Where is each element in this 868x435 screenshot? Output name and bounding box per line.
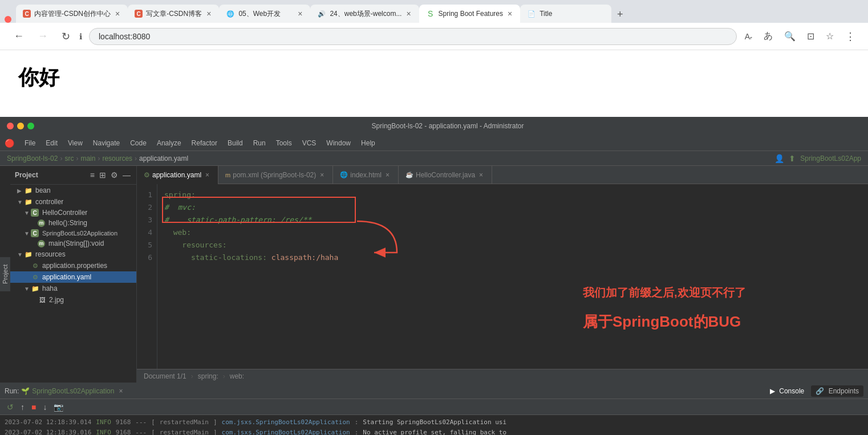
run-app-close[interactable]: × [119,387,123,395]
forward-button[interactable]: → [33,28,52,44]
tree-item-haha[interactable]: ▼ 📁 haha [10,283,136,294]
tab-csdn-manager[interactable]: C 内容管理-CSDN创作中心 × [16,5,128,23]
tree-item-hello-method[interactable]: m hello():String [10,218,136,228]
run-console-tab[interactable]: ▶ Console [765,385,809,397]
tab-title[interactable]: 📄 Title [520,5,611,23]
tab5-favicon: S [426,9,435,18]
editor-tab-controller[interactable]: ☕ HelloController.java × [399,166,492,184]
stop-button[interactable]: ■ [29,401,38,413]
editor-tab-index[interactable]: 🌐 index.html × [333,166,399,184]
tree-item-app-properties[interactable]: ⚙ application.properties [10,260,136,271]
nav-actions: Aᵣ あ 🔍 ⊡ ☆ ⋮ [741,28,859,45]
haha-folder-icon: 📁 [31,284,40,293]
tab3-favicon: 🌐 [226,9,235,18]
run-app-name[interactable]: 🌱 SpringBootLs02Application [21,387,114,395]
run-endpoints-tab[interactable]: 🔗 Endpoints [811,385,863,397]
breadcrumb-resources[interactable]: resources [102,155,132,162]
index-tab-close[interactable]: × [384,170,391,180]
collapse-all-icon[interactable]: ≡ [89,169,96,181]
split-view-button[interactable]: ⊡ [804,29,818,44]
tab-csdn-write[interactable]: C 写文章-CSDN博客 × [128,5,219,23]
settings-button[interactable]: ⋮ [842,28,859,45]
tree-item-main-method[interactable]: m main(String[]):void [10,238,136,249]
tree-item-app-yaml[interactable]: ⚙ application.yaml [10,271,136,283]
translate-button[interactable]: あ [760,28,776,44]
settings-icon[interactable]: ⚙ [109,169,119,181]
log1-thread: restartedMain [160,417,209,428]
bean-label: bean [35,186,51,194]
tree-item-jpg[interactable]: 🖼 2.jpg [10,294,136,306]
ide-editor: ⚙ application.yaml × m pom.xml (SpringBo… [137,166,868,383]
url-bar[interactable] [89,28,737,45]
tab2-favicon: C [135,10,143,18]
tab2-close[interactable]: × [205,8,212,19]
sidebar-close-icon[interactable]: — [121,169,132,181]
window-close[interactable] [5,16,11,23]
tree-item-hello-controller[interactable]: ▼ C HelloController [10,208,136,218]
scroll-up-button[interactable]: ↑ [18,401,27,413]
hello-controller-icon: C [31,209,39,217]
tab5-close[interactable]: × [506,8,513,19]
screenshot-button[interactable]: 📷 [51,401,66,413]
tab1-close[interactable]: × [114,8,121,19]
tab3-close[interactable]: × [297,8,303,19]
menu-run[interactable]: Run [249,137,270,149]
scroll-down-button[interactable]: ↓ [40,401,49,413]
editor-tab-yaml[interactable]: ⚙ application.yaml × [137,166,218,184]
log1-bracket2: ] [213,417,217,428]
expand-all-icon[interactable]: ⊞ [98,169,107,181]
menu-tools[interactable]: Tools [271,137,297,149]
read-aloud-button[interactable]: Aᵣ [741,30,756,43]
zoom-button[interactable]: 🔍 [781,29,799,44]
menu-vcs[interactable]: VCS [298,137,321,149]
tab-spring-boot-features[interactable]: S Spring Boot Features × [419,5,521,23]
menu-edit[interactable]: Edit [41,137,62,149]
breadcrumb-project[interactable]: SpringBoot-ls-02 [7,155,58,162]
run-log-content: 2023-07-02 12:18:39.014 INFO 9168 --- [ … [0,415,868,435]
status-sep2: › [223,372,225,380]
yaml-tab-close[interactable]: × [204,170,211,180]
restart-button[interactable]: ↺ [5,401,16,413]
tree-item-bean[interactable]: ▶ 📁 bean [10,185,136,196]
editor-tabs: ⚙ application.yaml × m pom.xml (SpringBo… [137,166,868,184]
menu-window[interactable]: Window [322,137,355,149]
tab-web-scene[interactable]: 🔊 24、web场景-welcom... × [310,5,419,23]
log2-class: com.jsxs.SpringBootLs02Application [222,428,350,435]
editor-tab-pom[interactable]: m pom.xml (SpringBoot-ls-02) × [218,166,333,184]
breadcrumb-main[interactable]: main [80,155,95,162]
tree-item-springboot-app[interactable]: ▼ C SpringBootLs02Application [10,228,136,238]
project-tab[interactable]: Project [0,257,10,291]
favorites-button[interactable]: ☆ [822,29,837,44]
sidebar-header: Project ≡ ⊞ ⚙ — [10,166,136,185]
ide-maximize-btn[interactable] [27,123,34,129]
menu-navigate[interactable]: Navigate [88,137,124,149]
reload-button[interactable]: ↻ [57,28,75,45]
tree-item-resources[interactable]: ▼ 📁 resources [10,249,136,260]
tree-item-controller[interactable]: ▼ 📁 controller [10,196,136,208]
account-icon[interactable]: 👤 [774,154,784,163]
new-tab-button[interactable]: + [611,6,628,23]
menu-refactor[interactable]: Refactor [187,137,222,149]
menu-view[interactable]: View [63,137,87,149]
breadcrumb-src[interactable]: src [64,155,74,162]
code-area[interactable]: spring: # mvc: # static-path-pattern: /r… [157,184,868,369]
menu-build[interactable]: Build [223,137,248,149]
ide-close-btn[interactable] [7,123,14,129]
main-method-label: main(String[]):void [48,239,104,247]
log2-level: INFO [96,428,111,435]
tab4-close[interactable]: × [405,8,412,19]
back-button[interactable]: ← [9,28,29,44]
ide-minimize-btn[interactable] [17,123,24,129]
log1-pid: 9168 [116,417,131,428]
log-line-2: 2023-07-02 12:18:39.016 INFO 9168 --- [ … [5,428,863,435]
pom-tab-close[interactable]: × [318,170,326,180]
menu-file[interactable]: File [20,137,40,149]
tab-web-dev[interactable]: 🌐 05、Web开发 × [219,5,310,23]
menu-analyze[interactable]: Analyze [152,137,186,149]
menu-help[interactable]: Help [356,137,380,149]
menu-code[interactable]: Code [125,137,151,149]
controller-tab-close[interactable]: × [477,170,485,180]
vcs-icon[interactable]: ⬆ [789,154,796,163]
pom-tab-label: pom.xml (SpringBoot-ls-02) [233,171,316,179]
run-config-label[interactable]: SpringBootLs02App [800,155,861,162]
